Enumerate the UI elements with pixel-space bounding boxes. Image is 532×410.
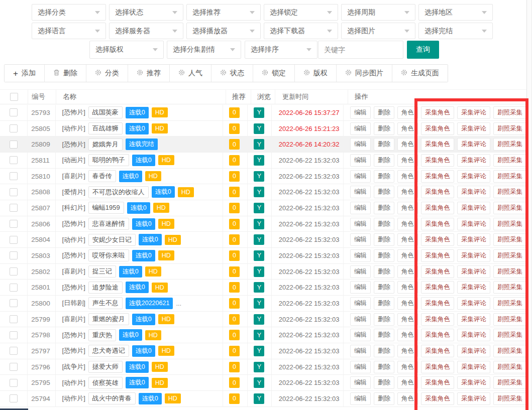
role-button[interactable]: 角色 [397, 249, 418, 262]
role-button[interactable]: 角色 [397, 265, 418, 278]
collect-role-button[interactable]: 采集角色 [421, 233, 454, 246]
filter-downloader-select[interactable]: 选择下载器 [264, 23, 338, 39]
hd-badge[interactable]: HD [145, 266, 161, 277]
delete-button[interactable]: 删除 [45, 65, 86, 82]
collect-role-button[interactable]: 采集角色 [421, 376, 454, 389]
edit-button[interactable]: 编辑 [350, 329, 371, 341]
row-title[interactable]: 悲喜迷醉情 [88, 218, 129, 230]
recommend-badge[interactable]: 0 [229, 346, 240, 356]
row-checkbox[interactable] [10, 172, 18, 180]
hd-badge[interactable]: HD [158, 250, 174, 260]
recommend-badge[interactable]: 0 [229, 203, 240, 213]
recommend-badge[interactable]: 0 [229, 139, 240, 150]
hd-badge[interactable]: HD [152, 283, 168, 293]
row-checkbox[interactable] [10, 220, 18, 228]
row-checkbox[interactable] [10, 363, 18, 371]
row-checkbox[interactable] [10, 315, 18, 323]
collect-role-button[interactable]: 采集角色 [421, 249, 454, 262]
role-button[interactable]: 角色 [397, 154, 418, 167]
add-button[interactable]: +添加 [5, 65, 45, 82]
views-badge[interactable]: Y [254, 234, 264, 245]
views-badge[interactable]: Y [254, 377, 264, 388]
vertical-scrollbar[interactable] [526, 0, 532, 410]
row-title[interactable]: 春香传 [88, 170, 116, 182]
edit-button[interactable]: 编辑 [350, 154, 371, 167]
role-button[interactable]: 角色 [397, 345, 418, 357]
row-title[interactable]: 忠犬奇遇记 [88, 345, 129, 357]
views-badge[interactable]: Y [254, 139, 264, 150]
edit-button[interactable]: 编辑 [350, 170, 371, 183]
edit-button[interactable]: 编辑 [350, 233, 371, 246]
row-title[interactable]: 蝙蝠1959 [88, 202, 124, 214]
recommend-button[interactable]: 推荐 [128, 65, 170, 82]
collect-role-button[interactable]: 采集角色 [421, 313, 454, 326]
role-button[interactable]: 角色 [397, 297, 418, 310]
row-title[interactable]: 侦察英雄 [88, 377, 123, 389]
row-title[interactable]: 嫦娥奔月 [88, 139, 123, 151]
row-title[interactable]: 声生不息 [88, 297, 123, 309]
collect-stills-button[interactable]: 剧照采集 [493, 392, 526, 405]
serial-badge[interactable]: 连载0 [132, 218, 155, 230]
delete-button[interactable]: 删除 [374, 345, 394, 357]
row-checkbox[interactable] [10, 236, 18, 244]
serial-badge[interactable]: 连载0 [126, 361, 149, 373]
delete-button[interactable]: 删除 [374, 106, 394, 119]
collect-comment-button[interactable]: 采集评论 [457, 281, 490, 294]
role-button[interactable]: 角色 [397, 186, 418, 198]
recommend-badge[interactable]: 0 [229, 234, 240, 245]
collect-stills-button[interactable]: 剧照采集 [493, 297, 526, 310]
views-badge[interactable]: Y [254, 362, 264, 372]
row-title[interactable]: 战国英豪 [88, 106, 123, 118]
serial-badge[interactable]: 连载0 [119, 266, 142, 278]
delete-button[interactable]: 删除 [374, 154, 394, 167]
serial-badge[interactable]: 连载20220621 [126, 298, 173, 309]
serial-badge[interactable]: 连载0 [127, 202, 150, 214]
edit-button[interactable]: 编辑 [350, 392, 371, 405]
recommend-badge[interactable]: 0 [229, 266, 240, 277]
row-title[interactable]: 拯爱大师 [88, 361, 123, 373]
edit-button[interactable]: 编辑 [350, 218, 371, 230]
collect-comment-button[interactable]: 采集评论 [457, 265, 490, 278]
keyword-input[interactable] [318, 41, 403, 59]
filter-region-select[interactable]: 选择地区 [418, 4, 493, 21]
role-button[interactable]: 角色 [397, 138, 418, 151]
filter-recommend-select[interactable]: 选择推荐 [186, 4, 261, 21]
filter-category-select[interactable]: 选择分类 [32, 4, 106, 21]
edit-button[interactable]: 编辑 [350, 265, 371, 278]
row-title[interactable]: 聪明的鸭子 [88, 154, 129, 166]
views-badge[interactable]: Y [254, 330, 264, 340]
collect-role-button[interactable]: 采集角色 [421, 345, 454, 357]
collect-role-button[interactable]: 采集角色 [421, 170, 454, 183]
serial-badge[interactable]: 连载0 [126, 123, 149, 134]
collect-comment-button[interactable]: 采集评论 [457, 106, 490, 119]
collect-comment-button[interactable]: 采集评论 [457, 376, 490, 389]
role-button[interactable]: 角色 [397, 233, 418, 246]
hd-badge[interactable]: HD [178, 187, 194, 197]
hd-badge[interactable]: HD [152, 378, 168, 388]
collect-role-button[interactable]: 采集角色 [421, 392, 454, 405]
recommend-badge[interactable]: 0 [229, 107, 240, 118]
collect-comment-button[interactable]: 采集评论 [457, 233, 490, 246]
role-button[interactable]: 角色 [397, 218, 418, 230]
collect-stills-button[interactable]: 剧照采集 [493, 281, 526, 294]
role-button[interactable]: 角色 [397, 392, 418, 405]
collect-stills-button[interactable]: 剧照采集 [493, 106, 526, 119]
row-checkbox[interactable] [10, 156, 18, 164]
recommend-badge[interactable]: 0 [229, 155, 240, 166]
edit-button[interactable]: 编辑 [350, 361, 371, 373]
hd-badge[interactable]: HD [158, 346, 174, 356]
role-button[interactable]: 角色 [397, 313, 418, 326]
delete-button[interactable]: 删除 [374, 233, 394, 246]
row-checkbox[interactable] [10, 267, 18, 276]
collect-stills-button[interactable]: 剧照采集 [493, 361, 526, 373]
collect-stills-button[interactable]: 剧照采集 [493, 218, 526, 230]
row-checkbox[interactable] [10, 124, 18, 132]
role-button[interactable]: 角色 [397, 361, 418, 373]
collect-comment-button[interactable]: 采集评论 [457, 138, 490, 151]
popularity-button[interactable]: 人气 [170, 65, 211, 82]
collect-comment-button[interactable]: 采集评论 [457, 329, 490, 341]
collect-stills-button[interactable]: 剧照采集 [493, 313, 526, 326]
classify-button[interactable]: 分类 [86, 65, 128, 82]
collect-comment-button[interactable]: 采集评论 [457, 202, 490, 214]
collect-role-button[interactable]: 采集角色 [421, 297, 454, 310]
